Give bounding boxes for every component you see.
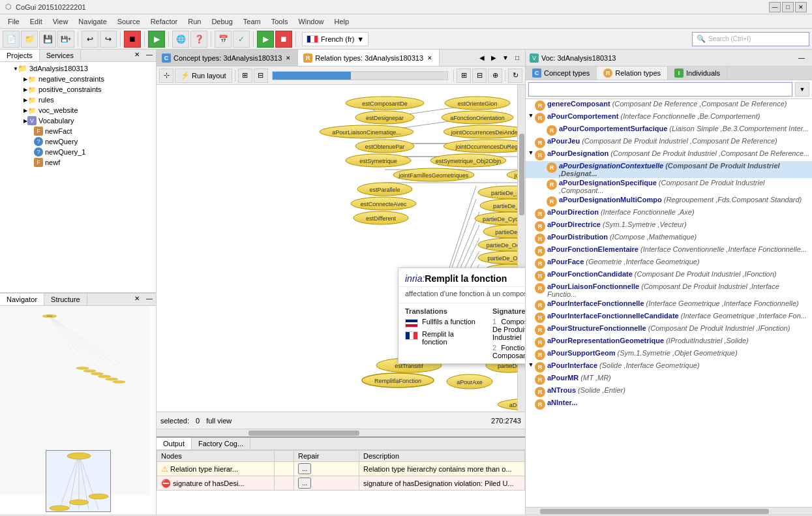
tab-maximize-button[interactable]: □ [512,53,522,63]
list-item[interactable]: R aPourDesignationSpecifique (Composant … [526,178,812,195]
concept-types-tab-close[interactable]: ✕ [284,54,292,62]
tree-item-voc[interactable]: ▶ 📁 voc_website [1,105,155,115]
tab-services[interactable]: Services [40,50,81,61]
row-warn-repair-btn[interactable]: ... [294,462,359,476]
left-panel-close[interactable]: ✕ [131,50,143,61]
zoom-fit-button[interactable]: ⊕ [488,68,502,83]
tree-item-newQuery[interactable]: ? newQuery [1,136,155,147]
list-item[interactable]: R aPourInterfaceFonctionnelleCandidate (… [526,311,812,324]
minimize-button[interactable]: — [769,2,781,12]
list-item[interactable]: R aPourDesignationMultiCompo (Regroupeme… [526,195,812,207]
menu-item-edit[interactable]: Edit [25,16,48,27]
list-item[interactable]: ▼ R aPourDesignation (Composant De Produ… [526,149,812,161]
cursor-tool-button[interactable]: ⊹ [159,68,173,83]
list-item[interactable]: R aPourJeu (Composant De Produit Industr… [526,136,812,149]
undo-button[interactable]: ↩ [82,31,98,48]
right-filter-input[interactable] [528,82,792,97]
tree-root[interactable]: ▼ 📁 3dAnalysis180313 [1,63,155,74]
tree-item-newQuery1[interactable]: ? newQuery_1 [1,147,155,157]
list-item[interactable]: R aPourRepresentationGeometrique (IProdu… [526,336,812,348]
check-button[interactable]: ✓ [233,31,250,48]
list-item[interactable]: R aPourStructureFonctionnelle (Composant… [526,324,812,336]
search-bar[interactable]: 🔍 Search (Ctrl+I) [692,32,809,46]
redo-button[interactable]: ↪ [100,31,117,48]
tab-factory[interactable]: Factory Cog... [192,438,250,449]
expand-icon[interactable]: ▼ [527,361,535,368]
tree-item-positive[interactable]: ▶ 📁 positive_constraints [1,84,155,95]
list-item[interactable]: ▼ R aPourInterface (Solide ,Interface Ge… [526,361,812,373]
tab-prev-button[interactable]: ◀ [477,53,487,63]
zoom-out-button[interactable]: ⊟ [472,68,487,83]
list-item[interactable]: R genereComposant (Composant De Referenc… [526,99,812,112]
tab-concept-types-right[interactable]: C Concept types [526,67,597,80]
right-scrollbar-thumb[interactable] [540,509,769,514]
list-item[interactable]: R aPourFace (Geometrie ,Interface Geomet… [526,257,812,269]
tree-item-vocabulary[interactable]: ▶ V Vocabulary [1,115,155,126]
tab-individuals-right[interactable]: I Individuals [668,67,727,80]
run-green-button[interactable]: ▶ [148,31,165,48]
list-item[interactable]: R aPourFonctionElementaire (Interface Co… [526,245,812,257]
list-item[interactable]: R aPourDistribution (ICompose ,Mathemati… [526,232,812,245]
expand-icon[interactable]: ▼ [527,112,535,119]
list-item[interactable]: R aPourInterfaceFonctionnelle (Interface… [526,299,812,311]
tree-layout-button[interactable]: ⊟ [254,68,268,83]
maximize-button[interactable]: □ [782,2,794,12]
stop-red-button[interactable]: ⏹ [124,31,141,48]
graph-vscroll-thumb[interactable] [519,134,524,215]
menu-item-source[interactable]: Source [112,16,145,27]
menu-item-team[interactable]: Team [238,16,266,27]
zoom-in-button[interactable]: ⊞ [457,68,471,83]
tab-navigator[interactable]: Navigator [0,294,44,305]
navigator-minimize[interactable]: — [143,294,156,305]
save-button[interactable]: 💾 [39,31,56,48]
list-item[interactable]: R aPourLiaisonFonctionnelle (Composant D… [526,282,812,299]
run-layout-button[interactable]: ⚡ Run layout [175,68,232,83]
graph-scrollbar-horizontal[interactable] [157,429,525,436]
left-panel-minimize[interactable]: — [143,50,156,61]
row-err-repair-btn[interactable]: ... [294,476,359,491]
tab-dropdown-button[interactable]: ▼ [500,53,511,63]
new-button[interactable]: 📄 [3,31,20,48]
open-button[interactable]: 📁 [21,31,38,48]
tree-item-newFact[interactable]: F newFact [1,126,155,136]
play-button[interactable]: ▶ [257,31,274,48]
navigator-close[interactable]: ✕ [131,294,143,305]
menu-item-view[interactable]: View [48,16,74,27]
tree-item-newf[interactable]: F newf [1,157,155,168]
expand-icon[interactable]: ▼ [527,149,535,156]
save-all-button[interactable]: 💾+ [57,31,74,48]
close-button[interactable]: ✕ [795,2,807,12]
language-selector[interactable]: French (fr) ▼ [302,32,368,46]
graph-hscroll-thumb[interactable] [248,431,359,436]
refresh-button[interactable]: ↻ [508,68,522,83]
menu-item-tools[interactable]: Tools [266,16,293,27]
run-tests-button[interactable]: 📅 [215,31,232,48]
menu-item-refactor[interactable]: Refactor [145,16,183,27]
tab-projects[interactable]: Projects [0,50,40,61]
list-item[interactable]: R aNTrous (Solide ,Entier) [526,386,812,398]
menu-item-window[interactable]: Window [293,16,329,27]
list-item[interactable]: R aPourComportementSurfacique (Liaison S… [526,124,812,136]
stop-media-button[interactable]: ⏹ [275,31,292,48]
list-item[interactable]: R aPourFonctionCandidate (Composant De P… [526,269,812,282]
list-item[interactable]: R aPourMR (MT ,MR) [526,373,812,386]
menu-item-navigate[interactable]: Navigate [73,16,112,27]
list-item[interactable]: ▼ R aPourComportement (Interface Fonctio… [526,112,812,124]
list-item[interactable]: R aPourDirectrice (Sym.1.Symetrie ,Vecte… [526,220,812,232]
tab-concept-types[interactable]: C Concept types: 3dAnalysis180313 ✕ [157,50,298,66]
list-item[interactable]: R aNInter... [526,398,812,410]
tab-structure[interactable]: Structure [44,294,87,305]
menu-item-file[interactable]: File [3,16,25,27]
tab-relation-types-right[interactable]: R Relation types [597,67,668,80]
right-panel-scrollbar[interactable] [526,507,812,515]
menu-item-run[interactable]: Run [183,16,206,27]
tab-output[interactable]: Output [157,438,192,449]
menu-item-help[interactable]: Help [329,16,355,27]
tree-item-negative[interactable]: ▶ 📁 negative_constraints [1,74,155,84]
right-filter-dropdown[interactable]: ▼ [795,82,809,97]
tab-relation-types[interactable]: R Relation types: 3dAnalysis180313 ✕ [298,50,440,66]
globe-button[interactable]: 🌐 [172,31,189,48]
right-panel-minimize[interactable]: — [795,53,808,63]
list-item[interactable]: R aPourDesignationContextuelle (Composan… [526,161,812,178]
arrange-button[interactable]: ⊞ [238,68,252,83]
